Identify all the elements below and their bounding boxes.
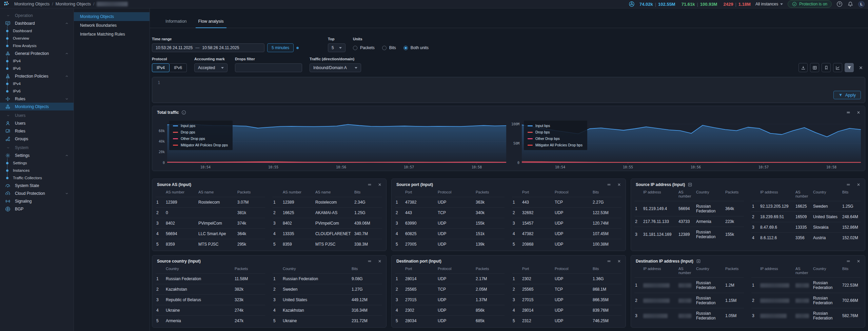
accounting-mark-select[interactable]: Accepted [194, 63, 228, 72]
column-header[interactable]: Country [811, 188, 840, 201]
column-header[interactable]: AS number [164, 188, 196, 197]
apply-button[interactable]: Apply [833, 91, 861, 99]
column-header[interactable]: Bits [591, 188, 622, 197]
breadcrumb-item[interactable]: Monitoring Objects [14, 2, 50, 6]
column-header[interactable]: IP address [641, 188, 676, 201]
column-header[interactable]: IP address [641, 264, 676, 278]
column-header[interactable]: IP address [758, 264, 793, 278]
column-header[interactable]: AS number [676, 264, 694, 278]
units-radio-both-units[interactable]: Both units [403, 45, 429, 50]
column-header[interactable]: AS number [676, 188, 694, 201]
column-header[interactable]: Bits [350, 264, 382, 274]
subsidebar-item-network-boundaries[interactable]: Network Boundaries [74, 21, 150, 30]
notifications-bell-icon[interactable] [847, 1, 853, 7]
column-header[interactable]: AS name [313, 188, 352, 197]
filter-button[interactable] [845, 63, 854, 72]
expand-icon[interactable] [696, 259, 701, 264]
column-header[interactable]: Country [281, 264, 350, 274]
panel-close-icon[interactable] [377, 182, 382, 187]
sidebar-section-operation[interactable]: Operation [0, 12, 74, 19]
sidebar-subitem-ipv4[interactable]: IPv4 [0, 57, 74, 65]
sidebar-subitem-traffic-collectors[interactable]: Traffic Collectors [0, 174, 74, 182]
help-icon[interactable] [836, 1, 843, 7]
panel-menu-icon[interactable] [607, 182, 611, 187]
bits-chart[interactable]: 050M100M10:5410:5510:5610:5710:58Input b… [508, 118, 863, 170]
bookmark-button[interactable] [822, 63, 831, 72]
column-header[interactable]: Packets [723, 264, 744, 278]
info-icon[interactable] [181, 110, 186, 115]
panel-close-icon[interactable] [377, 259, 382, 264]
column-header[interactable]: Packets [474, 188, 505, 197]
column-header[interactable]: Protocol [436, 188, 474, 197]
sidebar-item-roles[interactable]: Roles [0, 127, 74, 135]
expand-icon[interactable] [688, 182, 692, 187]
sidebar-item-signaling[interactable]: Signaling [0, 197, 74, 205]
sidebar-item-protection-policies[interactable]: Protection Policies [0, 72, 74, 80]
sidebar-section-system[interactable]: System [0, 144, 74, 151]
protection-status-badge[interactable]: Protection is on [788, 0, 832, 8]
sidebar-item-monitoring-objects[interactable]: Monitoring Objects [0, 103, 74, 110]
sidebar-subitem-instances[interactable]: Instances [0, 167, 74, 174]
column-header[interactable]: AS number [793, 188, 811, 201]
column-header[interactable]: Country [164, 264, 233, 274]
sidebar-item-dashboard[interactable]: Dashboard [0, 19, 74, 27]
panel-menu-icon[interactable] [367, 182, 372, 187]
column-header[interactable]: Packets [474, 264, 505, 274]
download-button[interactable] [798, 63, 808, 72]
subsidebar-item-interface-matching-rules[interactable]: Interface Matching Rules [74, 30, 150, 39]
legend-item[interactable]: Drop bps [528, 130, 583, 134]
column-header[interactable]: AS number [793, 264, 811, 278]
column-header[interactable]: Packets [233, 264, 265, 274]
panel-menu-icon[interactable] [607, 259, 611, 264]
column-header[interactable]: Protocol [553, 264, 591, 274]
panel-close-icon[interactable] [617, 259, 622, 264]
column-header[interactable]: Packets [723, 188, 744, 201]
legend-item[interactable]: Other Drop bps [528, 137, 583, 141]
column-header[interactable]: Country [694, 188, 723, 201]
tab-information[interactable]: Information [165, 19, 188, 28]
panel-close-icon[interactable] [856, 110, 861, 115]
sidebar-subitem-dashboard[interactable]: Dashboard [0, 27, 74, 35]
panel-menu-icon[interactable] [846, 182, 851, 187]
column-header[interactable]: Port [520, 188, 553, 197]
traffic-direction-select[interactable]: Inbound/Domain A [310, 63, 361, 72]
sidebar-item-rules[interactable]: Rules [0, 95, 74, 103]
panel-menu-icon[interactable] [846, 259, 851, 264]
sidebar-subitem-overview[interactable]: Overview [0, 35, 74, 42]
subsidebar-item-monitoring-objects[interactable]: Monitoring Objects [74, 12, 150, 21]
column-header[interactable]: IP address [758, 188, 793, 201]
column-header[interactable]: AS name [196, 188, 235, 197]
panel-menu-icon[interactable] [846, 110, 851, 115]
legend-item[interactable]: Drop pps [173, 130, 228, 134]
legend-item[interactable]: Input bps [528, 124, 583, 128]
sidebar-item-settings[interactable]: Settings [0, 151, 74, 159]
packets-chart[interactable]: 020k40k60k10:5410:5510:5610:5710:58Input… [154, 118, 508, 170]
column-header[interactable]: Bits [840, 264, 861, 278]
column-header[interactable]: Port [520, 264, 553, 274]
sidebar-subitem-settings[interactable]: Settings [0, 159, 74, 167]
sidebar-subitem-ipv6[interactable]: IPv6 [0, 87, 74, 95]
units-radio-bits[interactable]: Bits [382, 45, 396, 50]
sidebar-item-bgp[interactable]: BGP [0, 205, 74, 213]
column-header[interactable]: Protocol [436, 264, 474, 274]
sidebar-subitem-flow-analysis[interactable]: Flow Analysis [0, 42, 74, 49]
protocol-option-ipv4[interactable]: IPv4 [152, 63, 170, 72]
time-preset-button[interactable]: 5 minutes [267, 43, 294, 52]
instances-dropdown[interactable]: All instances [755, 2, 783, 6]
tab-flow-analysis[interactable]: Flow analysis [198, 19, 224, 28]
column-header[interactable]: Protocol [553, 188, 591, 197]
legend-item[interactable]: Mitigator All Policies Drop pps [173, 143, 228, 147]
column-header[interactable]: Country [811, 264, 840, 278]
query-editor[interactable]: 1 Apply [152, 77, 865, 103]
user-avatar[interactable]: L [858, 1, 865, 7]
legend-item[interactable]: Mitigator All Policies Drop bps [528, 143, 583, 147]
sidebar-subitem-ipv4[interactable]: IPv4 [0, 80, 74, 87]
panel-close-icon[interactable] [856, 259, 861, 264]
app-logo[interactable] [3, 1, 10, 7]
time-range-input[interactable]: 10:53:26 24.11.2025 — 10:58:26 24.11.202… [152, 43, 264, 52]
column-header[interactable]: AS number [281, 188, 313, 197]
panel-close-icon[interactable] [617, 182, 622, 187]
column-header[interactable]: Port [403, 188, 436, 197]
protocol-option-ipv6[interactable]: IPv6 [170, 63, 187, 72]
sidebar-item-users[interactable]: Users [0, 119, 74, 127]
